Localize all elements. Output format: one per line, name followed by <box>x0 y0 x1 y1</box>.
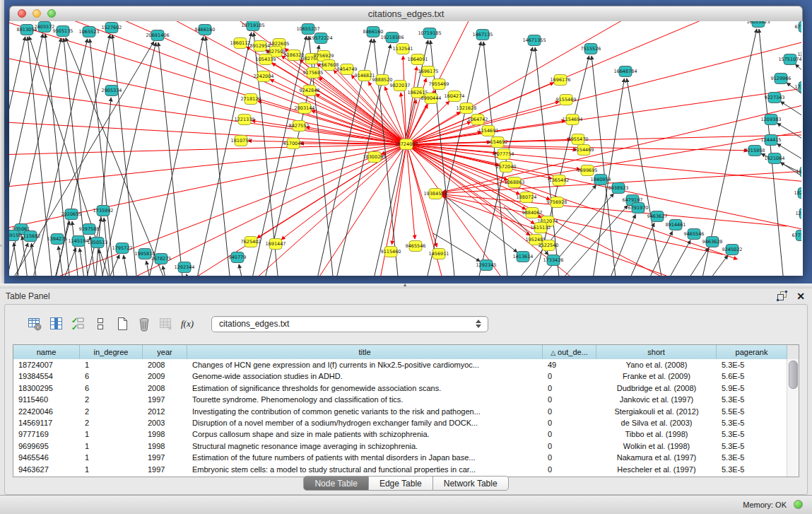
column-header-year[interactable]: year <box>143 345 187 359</box>
graph-edge[interactable] <box>158 42 184 276</box>
vertical-scrollbar[interactable] <box>787 359 799 477</box>
table-panel-header: Table Panel ✕ <box>0 288 812 304</box>
graph-edge[interactable] <box>13 243 21 276</box>
graph-edge[interactable] <box>206 37 232 276</box>
graph-edge[interactable] <box>406 37 801 144</box>
graph-edge[interactable] <box>592 56 618 276</box>
svg-text:✕: ✕ <box>167 325 172 332</box>
network-canvas[interactable]: 8813054240557295051351065523152760220691… <box>9 21 803 276</box>
window-titlebar[interactable]: citations_edges.txt <box>9 6 803 22</box>
import-table-button[interactable]: ✕ <box>158 315 175 332</box>
graph-edge[interactable] <box>9 144 406 156</box>
graph-edge[interactable] <box>101 255 119 276</box>
table-row[interactable]: 1456911722003Disruption of a novel membe… <box>13 417 787 428</box>
cell-out_degree: 0 <box>543 452 596 463</box>
show-columns-button[interactable] <box>48 315 65 332</box>
graph-node-label: 9463628 <box>702 239 723 245</box>
cell-year: 1997 <box>143 464 187 475</box>
graph-node-label: 10719185 <box>418 30 441 36</box>
graph-node-label: 1244415 <box>761 137 782 143</box>
new-table-button[interactable] <box>114 315 131 332</box>
close-panel-button[interactable]: ✕ <box>796 289 805 303</box>
merge-rows-button[interactable] <box>92 315 109 332</box>
cell-pagerank: 5.9E-5 <box>717 382 787 394</box>
cell-name: 14569117 <box>13 417 80 428</box>
cell-name: 22420046 <box>13 406 80 417</box>
maximize-window-button[interactable] <box>47 9 56 18</box>
cell-name: 9115460 <box>13 394 80 405</box>
graph-edge[interactable] <box>406 83 554 144</box>
table-settings-button[interactable] <box>26 315 43 332</box>
function-builder-button[interactable]: f(x) <box>180 315 196 332</box>
table-row[interactable]: 946362711997Embryonic stem cells: a mode… <box>13 464 787 475</box>
graph-node-label: 9884067 <box>522 210 543 216</box>
graph-node-label: 1621064 <box>765 156 785 161</box>
column-header-short[interactable]: short <box>596 345 717 359</box>
graph-edge[interactable] <box>170 144 406 276</box>
graph-edge[interactable] <box>100 21 406 144</box>
column-header-in-degree[interactable]: in_degree <box>80 345 143 359</box>
graph-edge[interactable] <box>163 266 170 276</box>
graph-edge[interactable] <box>9 121 406 144</box>
graph-edge[interactable] <box>99 250 106 276</box>
graph-node-label: 1321628 <box>457 105 477 111</box>
table-row[interactable]: 977716911998Corpus callosum shape and si… <box>13 428 787 440</box>
table-row[interactable]: 946554611997Estimation of the future num… <box>13 452 787 463</box>
table-row[interactable]: 1830029562008Estimation of significance … <box>13 382 787 394</box>
cell-in_degree: 1 <box>80 359 143 370</box>
graph-node-label: 8215958 <box>745 148 765 153</box>
scrollbar-thumb[interactable] <box>789 361 798 389</box>
graph-edge[interactable] <box>603 214 635 276</box>
graph-edge[interactable] <box>622 223 654 276</box>
float-panel-button[interactable] <box>777 291 788 302</box>
tab-network-table[interactable]: Network Table <box>433 476 509 491</box>
graph-node-label: 2405572 <box>35 24 55 30</box>
table-row[interactable]: 2242004622012Investigating the contribut… <box>13 406 787 417</box>
table-row[interactable]: 969969511998Structural magnetic resonanc… <box>13 440 787 452</box>
splitter-collapse-icon[interactable]: ▴ <box>404 281 406 288</box>
graph-node-label: 9465546 <box>684 231 705 237</box>
graph-node-label: 1413614 <box>513 254 534 259</box>
cell-short: de Silva et al. (2003) <box>596 417 717 428</box>
graph-edge[interactable] <box>80 248 87 276</box>
float-window-icon <box>777 291 788 302</box>
citation-network-graph[interactable]: 8813054240557295051351065523152760220691… <box>9 21 801 276</box>
tab-node-table[interactable]: Node Table <box>303 476 369 491</box>
cell-year: 1998 <box>143 428 187 440</box>
graph-edge[interactable] <box>239 264 246 276</box>
column-header-pagerank[interactable]: pagerank <box>717 345 787 359</box>
table-panel-body: ✓ ✓ <box>4 304 808 495</box>
graph-node-label: 2803144 <box>295 105 315 111</box>
graph-edge[interactable] <box>240 144 406 276</box>
graph-edge[interactable] <box>187 274 193 276</box>
delete-table-button[interactable] <box>136 315 153 332</box>
table-row[interactable]: 1938455462009Genome-wide association stu… <box>13 370 787 382</box>
graph-edge[interactable] <box>659 240 690 276</box>
graph-node-label: 1678275 <box>151 256 172 262</box>
column-visibility-button[interactable]: ✓ ✓ <box>70 315 87 332</box>
graph-node-label: 1840954 <box>591 177 611 182</box>
cell-title: Embryonic stem cells: a model to study s… <box>187 464 543 475</box>
import-table-disabled-icon: ✕ <box>158 316 174 332</box>
column-header-title[interactable]: title <box>187 345 543 359</box>
close-window-button[interactable] <box>18 9 26 18</box>
table-row[interactable]: 1872400712008Changes of HCN gene express… <box>13 359 787 370</box>
cell-pagerank: 5.3E-5 <box>717 452 787 463</box>
cell-short: Stergiakouli et al. (2012) <box>596 406 717 417</box>
graph-edge[interactable] <box>145 37 204 276</box>
graph-node-label: 10655237 <box>296 26 319 32</box>
graph-edge[interactable] <box>442 194 787 226</box>
column-header-out-degree[interactable]: △out_de... <box>543 345 596 359</box>
graph-edge[interactable] <box>124 255 131 276</box>
table-row[interactable]: 911546021997Tourette syndrome. Phenomeno… <box>13 394 787 405</box>
graph-edge[interactable] <box>627 78 665 276</box>
column-header-name[interactable]: name <box>13 345 80 359</box>
graph-edge[interactable] <box>392 144 406 245</box>
control-panel-collapsed-strip[interactable]: › <box>0 0 4 284</box>
graph-edge[interactable] <box>281 144 406 240</box>
tab-edge-table[interactable]: Edge Table <box>369 476 433 491</box>
cell-title: Estimation of significance thresholds fo… <box>187 382 543 394</box>
minimize-window-button[interactable] <box>33 9 41 18</box>
table-selector-dropdown[interactable]: citations_edges.txt <box>211 316 488 332</box>
graph-edge[interactable] <box>112 35 139 276</box>
